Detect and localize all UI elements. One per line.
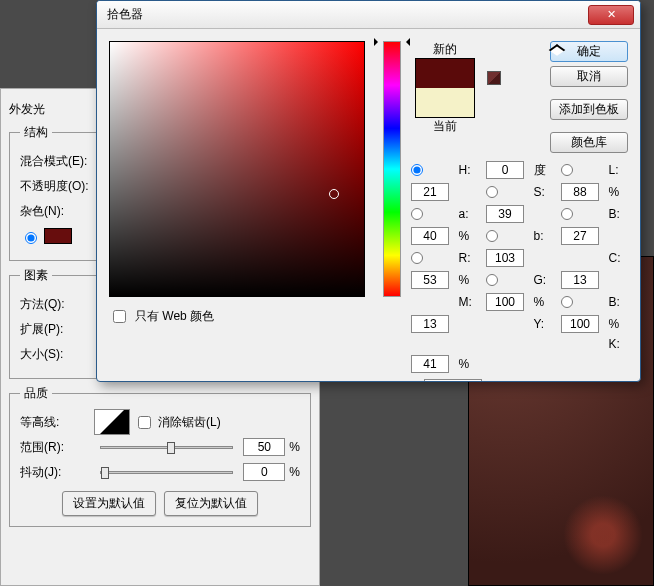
r-input[interactable] (486, 249, 524, 267)
hex-input[interactable] (424, 379, 482, 382)
jitter-unit: % (289, 465, 300, 479)
color-fields: H:度 L: S:% a: B:% b: R: C:% G: M:% B: Y:… (411, 161, 628, 373)
b-lab-radio[interactable] (486, 230, 498, 242)
new-color-label: 新的 (433, 41, 457, 58)
color-radio[interactable] (25, 232, 37, 244)
spread-label: 扩展(P): (20, 321, 90, 338)
r-radio[interactable] (411, 252, 423, 264)
color-picker-dialog: 拾色器 ✕ 只有 Web 颜色 新的 当前 (96, 0, 641, 382)
size-label: 大小(S): (20, 346, 90, 363)
web-colors-checkbox[interactable] (113, 310, 126, 323)
l-input[interactable] (411, 183, 449, 201)
h-input[interactable] (486, 161, 524, 179)
color-preview (415, 58, 475, 118)
s-input[interactable] (561, 183, 599, 201)
cancel-button[interactable]: 取消 (550, 66, 628, 87)
contour-label: 等高线: (20, 414, 90, 431)
set-default-button[interactable]: 设置为默认值 (62, 491, 156, 516)
jitter-slider[interactable] (100, 471, 233, 474)
add-swatch-button[interactable]: 添加到色板 (550, 99, 628, 120)
noise-label: 杂色(N): (20, 203, 90, 220)
jitter-label: 抖动(J): (20, 464, 90, 481)
hex-prefix: # (411, 381, 418, 382)
k-input[interactable] (411, 355, 449, 373)
b-lab-input[interactable] (561, 227, 599, 245)
cube-icon[interactable] (487, 71, 501, 85)
b-rgb-input[interactable] (411, 315, 449, 333)
range-label: 范围(R): (20, 439, 90, 456)
h-radio[interactable] (411, 164, 423, 176)
color-field-marker (329, 189, 339, 199)
l-radio[interactable] (561, 164, 573, 176)
structure-legend: 结构 (20, 124, 52, 141)
reset-default-button[interactable]: 复位为默认值 (164, 491, 258, 516)
contour-picker[interactable] (94, 409, 130, 435)
b-rgb-radio[interactable] (561, 296, 573, 308)
close-button[interactable]: ✕ (588, 5, 634, 25)
method-label: 方法(Q): (20, 296, 90, 313)
m-input[interactable] (486, 293, 524, 311)
a-input[interactable] (486, 205, 524, 223)
elements-legend: 图素 (20, 267, 52, 284)
opacity-label: 不透明度(O): (20, 178, 90, 195)
dialog-title: 拾色器 (107, 6, 588, 23)
g-input[interactable] (561, 271, 599, 289)
jitter-input[interactable] (243, 463, 285, 481)
quality-legend: 品质 (20, 385, 52, 402)
b-hsb-radio[interactable] (561, 208, 573, 220)
b-hsb-input[interactable] (411, 227, 449, 245)
y-input[interactable] (561, 315, 599, 333)
s-radio[interactable] (486, 186, 498, 198)
color-lib-button[interactable]: 颜色库 (550, 132, 628, 153)
color-swatch[interactable] (44, 228, 72, 244)
antialias-label: 消除锯齿(L) (158, 414, 221, 431)
ok-button[interactable]: 确定 (550, 41, 628, 62)
range-unit: % (289, 440, 300, 454)
range-input[interactable] (243, 438, 285, 456)
color-field[interactable] (109, 41, 365, 297)
web-colors-label: 只有 Web 颜色 (135, 308, 214, 325)
c-input[interactable] (411, 271, 449, 289)
quality-group: 品质 等高线: 消除锯齿(L) 范围(R): % 抖动(J): % 设置为默认值… (9, 385, 311, 527)
g-radio[interactable] (486, 274, 498, 286)
dialog-titlebar[interactable]: 拾色器 ✕ (97, 1, 640, 29)
current-color-label: 当前 (433, 118, 457, 135)
a-radio[interactable] (411, 208, 423, 220)
hue-slider[interactable] (383, 41, 401, 297)
blend-mode-label: 混合模式(E): (20, 153, 90, 170)
antialias-checkbox[interactable] (138, 416, 151, 429)
range-slider[interactable] (100, 446, 233, 449)
